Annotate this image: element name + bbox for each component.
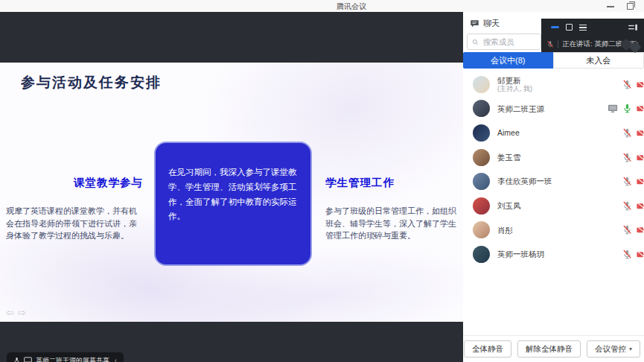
collapse-banner-icon[interactable]: ‹: [115, 357, 117, 362]
tab-not-joined[interactable]: 未入会: [553, 52, 644, 69]
participant-list: 邹更新 (主持人, 我) 英师二班王源: [463, 72, 644, 267]
screen-share-banner-label: 英师二班王源的屏幕共享: [36, 356, 109, 362]
slide-title: 参与活动及任务安排: [21, 73, 162, 92]
chat-bubble-icon: [470, 19, 479, 28]
participant-row[interactable]: 英师一班杨玥: [463, 242, 644, 267]
avatar: [473, 197, 490, 215]
mic-muted-icon: [622, 128, 632, 138]
slide-left-section: 课堂教学参与 观摩了英语课程的课堂教学，并有机会在指导老师的带领下进行试讲，亲身…: [6, 176, 143, 242]
mic-muted-icon: [546, 40, 554, 48]
participant-name: 肖彤: [497, 226, 513, 235]
layout-window-icon[interactable]: [566, 24, 573, 31]
mic-muted-icon: [622, 153, 632, 162]
avatar: [473, 124, 490, 142]
minimize-controls-icon[interactable]: [551, 26, 559, 28]
mic-muted-icon: [622, 225, 632, 235]
camera-off-icon: [637, 201, 644, 211]
participant-name: 刘玉凤: [497, 201, 521, 211]
camera-off-icon: [637, 177, 644, 186]
panel-footer: 全体静音 解除全体静音 会议管控 ▾: [463, 335, 644, 362]
avatar: [473, 76, 490, 93]
camera-off-icon: [637, 225, 644, 235]
tab-in-meeting[interactable]: 会议中(8): [463, 52, 553, 69]
avatar: [473, 246, 490, 263]
toggle-sidebar-icon[interactable]: [628, 24, 638, 31]
slide-right-body: 参与了班级的日常管理工作，如组织班会、辅导学生等，深入了解了学生管理工作的琐碎与…: [325, 205, 461, 242]
camera-off-icon: [637, 80, 644, 89]
chevron-down-icon: ▾: [629, 346, 632, 352]
camera-off-icon: [637, 128, 644, 138]
camera-off-icon: [637, 104, 644, 113]
participant-row[interactable]: 肖彤: [463, 218, 644, 243]
participant-name: 姜玉雪: [497, 153, 521, 162]
avatar: [473, 221, 490, 238]
camera-off-icon: [637, 250, 644, 259]
participant-row[interactable]: 邹更新 (主持人, 我): [463, 72, 644, 97]
mic-icon: [13, 357, 20, 362]
prev-slide-arrow-icon[interactable]: ⇦: [6, 308, 14, 317]
chat-panel-title: 聊天: [483, 18, 500, 29]
participant-name: 英师一班杨玥: [497, 250, 544, 259]
window-minimize-button[interactable]: [607, 6, 614, 7]
presentation-slide: 参与活动及任务安排 课堂教学参与 观摩了英语课程的课堂教学，并有机会在指导老师的…: [0, 63, 463, 322]
window-titlebar: 腾讯会议: [0, 0, 644, 12]
participant-row[interactable]: 李佳欣英师一班: [463, 169, 644, 194]
slide-left-body: 观摩了英语课程的课堂教学，并有机会在指导老师的带领下进行试讲，亲身体验了教学过程…: [6, 205, 143, 242]
participant-row[interactable]: Aimee: [463, 121, 644, 145]
slide-right-section: 学生管理工作 参与了班级的日常管理工作，如组织班会、辅导学生等，深入了解了学生管…: [325, 176, 461, 242]
next-slide-arrow-icon[interactable]: ⇨: [18, 308, 26, 317]
avatar: [473, 100, 490, 117]
participant-row[interactable]: 姜玉雪: [463, 145, 644, 170]
participant-name: 李佳欣英师一班: [497, 177, 552, 186]
mute-all-button[interactable]: 全体静音: [464, 340, 511, 358]
participant-name: 邹更新: [497, 76, 532, 86]
mic-muted-icon: [622, 80, 632, 89]
unmute-all-button[interactable]: 解除全体静音: [517, 340, 581, 358]
mic-muted-icon: [622, 250, 632, 259]
screen-share-icon: [24, 357, 32, 362]
mic-muted-icon: [622, 177, 632, 186]
meeting-control-button[interactable]: 会议管控 ▾: [587, 340, 640, 358]
mic-muted-icon: [622, 201, 632, 211]
members-panel: 聊天 正在讲话: 英师二班王源;: [463, 12, 644, 362]
screen-share-status-icon: [608, 104, 618, 113]
menu-icon[interactable]: [579, 25, 587, 31]
participant-name: 英师二班王源: [497, 104, 544, 114]
slide-left-heading: 课堂教学参与: [6, 176, 143, 190]
chat-panel-header[interactable]: 聊天: [470, 18, 500, 29]
screen-share-area: 参与活动及任务安排 课堂教学参与 观摩了英语课程的课堂教学，并有机会在指导老师的…: [0, 12, 463, 362]
avatar: [473, 173, 490, 190]
search-members-input[interactable]: [482, 36, 536, 47]
screen-share-banner[interactable]: 英师二班王源的屏幕共享 ‹: [7, 352, 124, 362]
participant-subtitle: (主持人, 我): [497, 85, 532, 93]
participant-row[interactable]: 英师二班王源: [463, 97, 644, 121]
mic-on-icon: [622, 104, 632, 113]
camera-off-icon: [637, 153, 644, 162]
participant-row[interactable]: 刘玉凤: [463, 194, 644, 218]
slide-center-callout: 在见习期间，我深入参与了课堂教学、学生管理、活动策划等多项工作，全面了解了初中教…: [154, 142, 312, 266]
divider: [558, 40, 558, 48]
slide-right-heading: 学生管理工作: [325, 176, 461, 190]
window-restore-button[interactable]: [627, 3, 634, 10]
slide-navigation: ⇦ ⇨: [6, 308, 26, 317]
avatar: [473, 149, 490, 166]
member-tabs: 会议中(8) 未入会: [463, 52, 644, 69]
window-title: 腾讯会议: [337, 1, 366, 12]
search-members-box[interactable]: [467, 34, 541, 50]
search-icon: [472, 38, 479, 46]
participant-name: Aimee: [497, 128, 520, 138]
meeting-controls-floating-bar: 正在讲话: 英师二班王源;: [541, 19, 644, 52]
